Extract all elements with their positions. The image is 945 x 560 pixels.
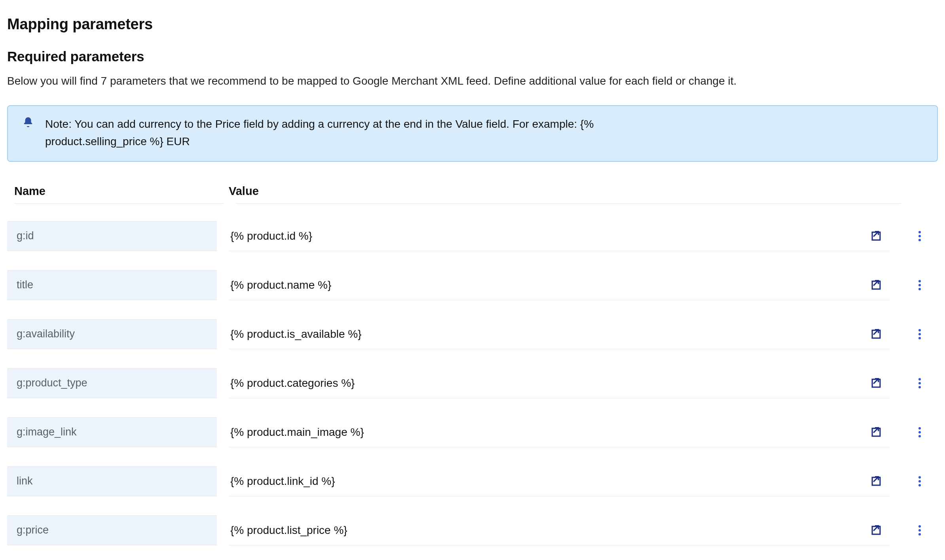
table-row: g:product_type [7, 349, 938, 398]
param-name-cell: g:availability [7, 319, 217, 349]
param-value-input[interactable] [230, 475, 869, 488]
open-in-editor-icon[interactable] [869, 474, 883, 488]
table-row: title [7, 251, 938, 300]
parameters-table: Name Value g:id [7, 173, 938, 545]
table-row: g:price [7, 496, 938, 545]
svg-point-18 [918, 431, 921, 433]
table-row: g:availability [7, 300, 938, 349]
svg-point-9 [918, 329, 921, 331]
svg-point-15 [918, 386, 921, 388]
svg-point-1 [918, 231, 921, 233]
svg-point-11 [918, 337, 921, 339]
svg-point-19 [918, 435, 921, 437]
svg-point-13 [918, 378, 921, 380]
section-title-required: Required parameters [7, 49, 938, 64]
column-header-name: Name [14, 185, 229, 198]
param-name-cell: g:id [7, 221, 217, 251]
open-in-editor-icon[interactable] [869, 523, 883, 537]
svg-point-6 [918, 284, 921, 286]
svg-point-25 [918, 525, 921, 528]
svg-point-3 [918, 239, 921, 241]
param-value-cell[interactable] [229, 270, 890, 300]
open-in-editor-icon[interactable] [869, 278, 883, 292]
svg-point-21 [918, 476, 921, 479]
open-in-editor-icon[interactable] [869, 229, 883, 243]
svg-point-23 [918, 484, 921, 486]
param-value-cell[interactable] [229, 417, 890, 447]
row-more-menu-icon[interactable] [912, 375, 928, 391]
svg-point-27 [918, 533, 921, 535]
open-in-editor-icon[interactable] [869, 327, 883, 341]
param-name: g:id [17, 230, 34, 242]
table-body: g:id [7, 204, 938, 545]
param-value-cell[interactable] [229, 466, 890, 496]
param-name-cell: title [7, 270, 217, 300]
page-title: Mapping parameters [7, 16, 938, 33]
param-value-input[interactable] [230, 279, 869, 291]
row-more-menu-icon[interactable] [912, 424, 928, 440]
info-note: Note: You can add currency to the Price … [7, 105, 938, 162]
table-header: Name Value [7, 173, 938, 203]
row-more-menu-icon[interactable] [912, 277, 928, 293]
param-name: g:product_type [17, 377, 87, 389]
info-note-text: Note: You can add currency to the Price … [45, 115, 647, 150]
param-name: g:image_link [17, 426, 77, 438]
svg-point-22 [918, 480, 921, 482]
column-header-value: Value [229, 185, 938, 198]
svg-point-2 [918, 235, 921, 237]
section-description: Below you will find 7 parameters that we… [7, 73, 938, 89]
param-value-input[interactable] [230, 426, 869, 439]
svg-point-5 [918, 280, 921, 282]
header-divider [7, 203, 938, 204]
bell-icon [22, 116, 34, 130]
param-value-input[interactable] [230, 377, 869, 390]
mapping-parameters-page: Mapping parameters Required parameters B… [0, 0, 945, 560]
param-name-cell: g:product_type [7, 368, 217, 398]
param-value-cell[interactable] [229, 368, 890, 398]
svg-point-14 [918, 382, 921, 384]
param-value-input[interactable] [230, 328, 869, 341]
param-name-cell: g:image_link [7, 417, 217, 447]
open-in-editor-icon[interactable] [869, 376, 883, 390]
svg-point-26 [918, 529, 921, 532]
row-more-menu-icon[interactable] [912, 473, 928, 489]
row-more-menu-icon[interactable] [912, 326, 928, 342]
param-value-input[interactable] [230, 524, 869, 537]
param-name: title [17, 279, 33, 291]
param-value-cell[interactable] [229, 221, 890, 251]
param-value-cell[interactable] [229, 515, 890, 545]
table-row: g:id [7, 204, 938, 251]
svg-point-10 [918, 333, 921, 335]
param-name-cell: g:price [7, 515, 217, 545]
param-value-cell[interactable] [229, 319, 890, 349]
svg-point-17 [918, 427, 921, 429]
open-in-editor-icon[interactable] [869, 425, 883, 439]
param-name: g:price [17, 524, 49, 536]
param-name: link [17, 475, 33, 487]
row-more-menu-icon[interactable] [912, 228, 928, 244]
table-row: link [7, 447, 938, 496]
table-row: g:image_link [7, 398, 938, 447]
param-value-input[interactable] [230, 230, 869, 242]
param-name-cell: link [7, 466, 217, 496]
row-more-menu-icon[interactable] [912, 522, 928, 538]
svg-point-7 [918, 288, 921, 290]
param-name: g:availability [17, 328, 75, 340]
